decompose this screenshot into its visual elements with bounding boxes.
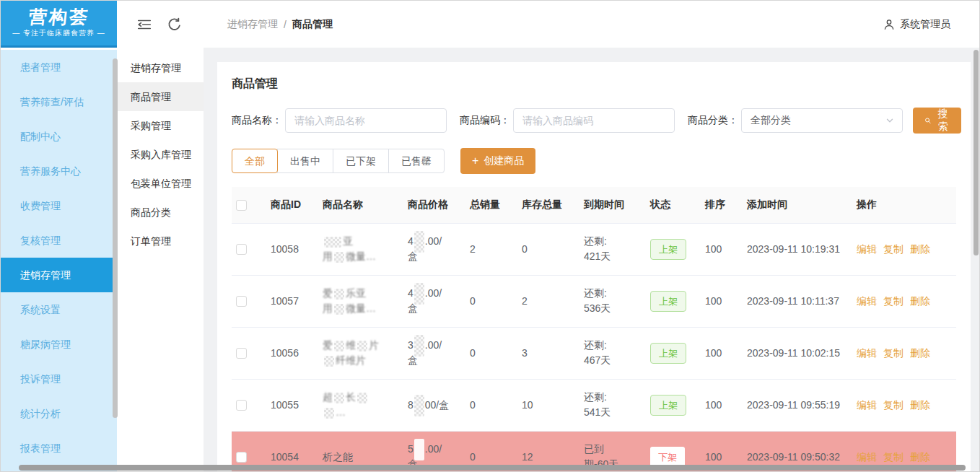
sidebar-item-nutrition-service[interactable]: 营养服务中心 bbox=[1, 154, 117, 188]
censored-region bbox=[324, 408, 334, 419]
delete-link[interactable]: 删除 bbox=[910, 451, 930, 463]
sidebar-scrollbar[interactable] bbox=[113, 58, 118, 418]
user-menu[interactable]: 系统管理员 bbox=[883, 18, 950, 31]
row-checkbox[interactable] bbox=[236, 348, 247, 359]
table-row: 10057 爱乐亚 用微量… 4.00/ 盒 0 2 还剩: 536天 bbox=[232, 275, 956, 327]
censored-region bbox=[414, 439, 424, 460]
product-code-label: 商品编码： bbox=[460, 114, 510, 127]
app-window: 营构荟 — 专注于临床膳食营养 — 患者管理 营养筛查/评估 配制中心 营养服务… bbox=[0, 0, 980, 472]
edit-link[interactable]: 编辑 bbox=[857, 347, 877, 359]
submenu-item-packaging-unit[interactable]: 包装单位管理 bbox=[118, 169, 204, 198]
product-management-card: 商品管理 商品名称： 商品编码： 商品分类： 全部分类 bbox=[217, 62, 971, 471]
col-added-time: 添加时间 bbox=[743, 187, 852, 223]
copy-link[interactable]: 复制 bbox=[883, 399, 904, 411]
tab-sold-out[interactable]: 已售罄 bbox=[388, 149, 445, 173]
create-product-button[interactable]: + 创建商品 bbox=[460, 148, 535, 174]
col-total-sales: 总销量 bbox=[465, 187, 517, 223]
edit-link[interactable]: 编辑 bbox=[857, 295, 877, 307]
submenu-item-inventory-root[interactable]: 进销存管理 bbox=[118, 53, 204, 82]
row-checkbox[interactable] bbox=[236, 244, 247, 255]
brand-tagline: — 专注于临床膳食营养 — bbox=[12, 28, 105, 38]
refresh-icon[interactable] bbox=[167, 17, 183, 32]
table-row: 10056 爱维片 纤维片 3.00/ 盒 0 3 还剩: 467天 bbox=[232, 327, 956, 379]
product-code-input[interactable] bbox=[513, 108, 675, 133]
sidebar-item-statistics[interactable]: 统计分析 bbox=[1, 396, 117, 431]
product-name-input[interactable] bbox=[285, 108, 447, 133]
category-select[interactable]: 全部分类 bbox=[741, 108, 903, 133]
row-checkbox[interactable] bbox=[236, 400, 247, 411]
submenu-item-product-category[interactable]: 商品分类 bbox=[118, 198, 204, 227]
product-category-label: 商品分类： bbox=[688, 114, 738, 127]
sidebar-item-patients[interactable]: 患者管理 bbox=[1, 50, 117, 84]
submenu-item-order-management[interactable]: 订单管理 bbox=[118, 227, 204, 255]
filter-product-category: 商品分类： 全部分类 bbox=[688, 108, 903, 133]
status-tabs: 全部 出售中 已下架 已售罄 + 创建商品 bbox=[232, 148, 956, 174]
create-product-label: 创建商品 bbox=[484, 154, 524, 167]
censored-region bbox=[324, 237, 341, 248]
cell-product-price: 4.00/ 盒 bbox=[403, 275, 465, 327]
censored-region bbox=[357, 341, 367, 351]
delete-link[interactable]: 删除 bbox=[910, 347, 930, 359]
edit-link[interactable]: 编辑 bbox=[857, 399, 877, 411]
submenu-item-purchase-inbound[interactable]: 采购入库管理 bbox=[118, 140, 204, 169]
sidebar-item-complaints[interactable]: 投诉管理 bbox=[1, 362, 117, 396]
sidebar-item-system-settings[interactable]: 系统设置 bbox=[1, 292, 117, 327]
breadcrumb-parent[interactable]: 进销存管理 bbox=[227, 18, 278, 31]
sidebar-item-reports[interactable]: 报表管理 bbox=[1, 431, 117, 466]
sidebar-item-preparation-center[interactable]: 配制中心 bbox=[1, 119, 117, 154]
status-badge: 上架 bbox=[650, 395, 686, 416]
cell-product-price: 800/盒 bbox=[403, 379, 465, 431]
submenu-item-purchase-management[interactable]: 采购管理 bbox=[118, 111, 204, 140]
select-all-checkbox[interactable] bbox=[236, 200, 247, 211]
row-checkbox[interactable] bbox=[236, 296, 247, 307]
sidebar-item-inventory[interactable]: 进销存管理 bbox=[1, 258, 117, 292]
censored-region bbox=[414, 395, 424, 416]
sidebar-item-review[interactable]: 复核管理 bbox=[1, 223, 117, 258]
copy-link[interactable]: 复制 bbox=[883, 295, 904, 307]
plus-icon: + bbox=[472, 155, 478, 167]
delete-link[interactable]: 删除 bbox=[910, 243, 930, 255]
table-row: 10058 亚 用微量… 4.00/ 盒 2 0 还剩: 421天 bbox=[232, 223, 956, 275]
cell-actions: 编辑复制删除 bbox=[852, 223, 956, 275]
copy-link[interactable]: 复制 bbox=[883, 451, 904, 463]
col-status: 状态 bbox=[646, 187, 701, 223]
delete-link[interactable]: 删除 bbox=[910, 295, 930, 307]
user-icon bbox=[883, 18, 896, 31]
product-name-label: 商品名称： bbox=[232, 114, 282, 127]
cell-total-stock: 2 bbox=[517, 275, 579, 327]
cell-product-price: 3.00/ 盒 bbox=[403, 327, 465, 379]
search-button[interactable]: 搜索 bbox=[913, 108, 961, 134]
sidebar-item-charging[interactable]: 收费管理 bbox=[1, 188, 117, 223]
cell-added-time: 2023-09-11 10:19:31 bbox=[743, 223, 852, 275]
copy-link[interactable]: 复制 bbox=[883, 243, 904, 255]
cell-actions: 编辑复制删除 bbox=[852, 379, 956, 431]
censored-region bbox=[334, 304, 344, 315]
edit-link[interactable]: 编辑 bbox=[857, 451, 877, 463]
menu-fold-icon[interactable] bbox=[136, 17, 152, 32]
sidebar-item-nutrition-screening[interactable]: 营养筛查/评估 bbox=[1, 84, 117, 119]
submenu-item-product-management[interactable]: 商品管理 bbox=[118, 82, 204, 111]
vertical-scrollbar[interactable] bbox=[974, 50, 979, 255]
cell-product-id: 10057 bbox=[266, 275, 318, 327]
topbar: 进销存管理 / 商品管理 系统管理员 bbox=[118, 1, 979, 48]
censored-region bbox=[334, 341, 344, 351]
cell-total-sales: 0 bbox=[465, 275, 517, 327]
edit-link[interactable]: 编辑 bbox=[857, 243, 877, 255]
cell-total-stock: 3 bbox=[517, 327, 579, 379]
cell-expiry: 还剩: 421天 bbox=[579, 223, 646, 275]
sidebar-item-diabetes[interactable]: 糖尿病管理 bbox=[1, 327, 117, 362]
brand-logo: 营构荟 — 专注于临床膳食营养 — bbox=[1, 1, 117, 48]
search-button-label: 搜索 bbox=[936, 108, 950, 134]
col-product-id: 商品ID bbox=[266, 187, 318, 223]
horizontal-scrollbar[interactable] bbox=[19, 465, 966, 471]
delete-link[interactable]: 删除 bbox=[910, 399, 930, 411]
row-checkbox[interactable] bbox=[236, 452, 247, 463]
tab-off-shelf[interactable]: 已下架 bbox=[333, 149, 389, 173]
cell-added-time: 2023-09-11 10:02:15 bbox=[743, 327, 852, 379]
copy-link[interactable]: 复制 bbox=[883, 347, 904, 359]
censored-region bbox=[334, 289, 344, 300]
col-product-name: 商品名称 bbox=[318, 187, 403, 223]
tab-all[interactable]: 全部 bbox=[232, 149, 278, 173]
tab-on-sale[interactable]: 出售中 bbox=[277, 149, 333, 173]
product-table: 商品ID 商品名称 商品价格 总销量 库存总量 到期时间 状态 排序 添加时间 … bbox=[232, 187, 956, 471]
